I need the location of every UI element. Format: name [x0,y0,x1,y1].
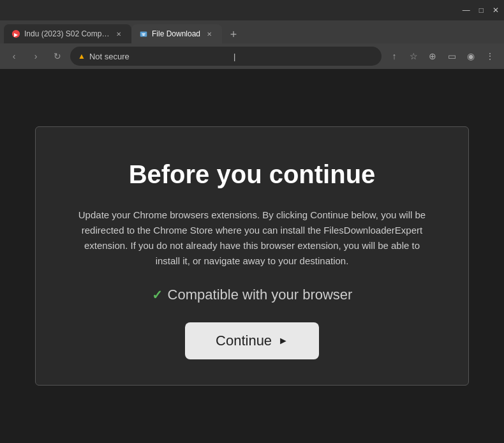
tab-bar: ▶ Indu (2023) S02 Complete Beng… ✕ File … [0,20,504,43]
security-warning-icon: ▲ [78,52,85,61]
back-button[interactable]: ‹ [5,47,23,65]
window-controls: — □ ✕ [463,6,499,15]
tab-2-close[interactable]: ✕ [204,29,214,39]
dialog-body: Update your Chrome browsers extensions. … [74,207,430,269]
tab-favicon-1: ▶ [11,29,20,38]
new-tab-button[interactable]: + [225,26,242,43]
forward-button[interactable]: › [27,47,45,65]
browser-window: — □ ✕ ▶ Indu (2023) S02 Complete Beng… ✕… [0,0,504,69]
check-icon: ✓ [152,287,163,303]
continue-button[interactable]: Continue ► [185,322,319,359]
tab-favicon-2 [139,29,148,38]
address-separator: | [233,52,374,61]
address-input-wrap[interactable]: ▲ Not secure | [70,47,382,66]
compat-row: ✓ Compatible with your browser [74,287,430,303]
close-button[interactable]: ✕ [493,6,499,15]
compat-text: Compatible with your browser [168,287,353,303]
reload-button[interactable]: ↻ [48,47,66,65]
address-bar: ‹ › ↻ ▲ Not secure | ↑ ☆ ⊕ ▭ ◉ ⋮ [0,43,504,69]
title-bar: — □ ✕ [0,0,504,20]
dialog-box: Before you continue Update your Chrome b… [35,126,469,386]
profile-button[interactable]: ◉ [462,47,480,65]
continue-label: Continue [216,333,272,349]
tab-2-title: File Download [152,29,200,38]
sidebar-button[interactable]: ▭ [443,47,461,65]
svg-text:▶: ▶ [14,32,19,38]
menu-button[interactable]: ⋮ [481,47,499,65]
svg-rect-3 [142,33,145,34]
maximize-button[interactable]: □ [479,6,484,15]
extensions-button[interactable]: ⊕ [424,47,441,65]
bookmark-button[interactable]: ☆ [404,47,422,65]
svg-rect-4 [142,34,145,35]
toolbar-right: ↑ ☆ ⊕ ▭ ◉ ⋮ [385,47,499,65]
minimize-button[interactable]: — [463,6,470,15]
tab-active[interactable]: File Download ✕ [131,24,222,43]
arrow-icon: ► [278,335,288,347]
share-button[interactable]: ↑ [385,47,403,65]
tab-1-close[interactable]: ✕ [114,29,124,39]
tab-inactive[interactable]: ▶ Indu (2023) S02 Complete Beng… ✕ [4,24,131,43]
tab-1-title: Indu (2023) S02 Complete Beng… [24,29,110,38]
page-content: risk.com Before you continue Update your… [0,69,504,443]
security-warning-text: Not secure [89,52,230,61]
dialog-title: Before you continue [74,159,430,190]
